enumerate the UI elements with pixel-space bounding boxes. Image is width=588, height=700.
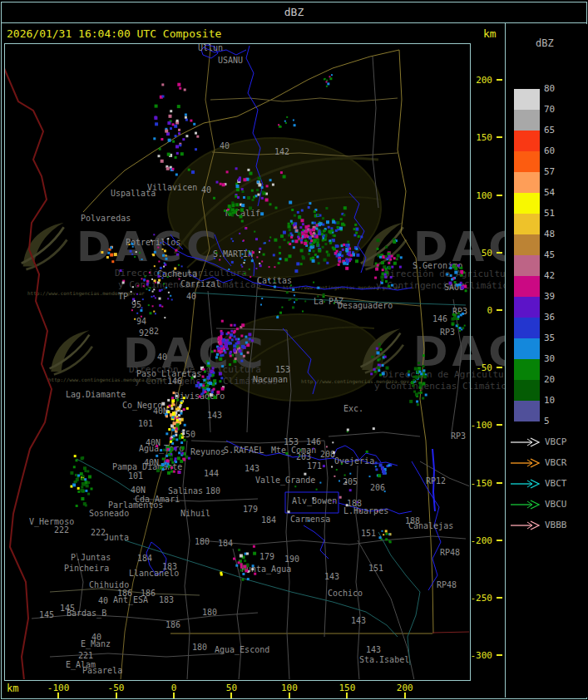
bottom-axis-tick	[173, 693, 175, 698]
legend-threshold-label: 60	[544, 145, 555, 156]
vbbb-arrow-icon	[509, 520, 546, 531]
legend-threshold-label: 45	[544, 249, 555, 260]
right-axis-tick-label: -100	[467, 420, 492, 431]
legend-threshold-label: 48	[544, 229, 555, 239]
vbcr-arrow-icon	[509, 458, 546, 469]
radar-echo-cluster	[156, 445, 190, 475]
legend-threshold-label: 20	[544, 374, 555, 385]
legend-threshold-label: 51	[544, 208, 555, 219]
radar-echo-cluster	[220, 572, 223, 576]
radar-echo-cluster	[120, 234, 183, 320]
legend-threshold-label: 35	[544, 333, 555, 343]
legend-color-box	[514, 401, 540, 421]
right-axis-tick-label: -300	[467, 650, 492, 661]
right-axis-tick-label: 200	[467, 75, 492, 86]
legend-threshold-label: 30	[544, 353, 555, 364]
right-axis-tick	[497, 597, 502, 599]
radar-echo-cluster	[375, 461, 393, 477]
bottom-axis-tick	[230, 693, 232, 698]
legend-color-box	[514, 193, 540, 214]
right-axis-tick-label: -150	[467, 478, 492, 489]
radar-echo-cluster	[408, 354, 427, 406]
radar-echo-cluster	[324, 74, 333, 87]
radar-echo-cluster	[70, 455, 92, 507]
radar-echo-cluster	[446, 264, 467, 292]
right-axis-tick	[497, 367, 502, 368]
vector-legend-label: VBBB	[545, 520, 567, 530]
right-axis-tick-label: 0	[467, 305, 492, 316]
vector-legend-label: VBCR	[545, 457, 567, 468]
legend-threshold-label: 42	[544, 270, 555, 281]
right-axis-tick-label: 150	[467, 132, 492, 143]
legend-color-box	[514, 276, 540, 297]
legend-color-box	[514, 131, 540, 151]
bottom-axis-tick	[346, 693, 348, 698]
right-axis-tick	[497, 540, 502, 541]
legend-title: dBZ	[536, 37, 554, 49]
right-axis-tick-label: -200	[467, 535, 492, 546]
legend-threshold-label: 39	[544, 291, 555, 302]
right-axis-tick-label: 50	[467, 248, 492, 259]
legend-color-box	[514, 110, 540, 131]
legend-color-box	[514, 359, 540, 380]
vbcu-arrow-icon	[509, 500, 546, 510]
bottom-axis-tick	[116, 693, 117, 698]
radar-echo-cluster	[214, 332, 232, 357]
vbcp-arrow-icon	[509, 437, 546, 448]
vbct-arrow-icon	[509, 479, 546, 490]
vector-legend-label: VBCU	[545, 499, 567, 510]
right-axis-tick-label: 100	[467, 190, 492, 201]
radar-echo-layer	[0, 0, 588, 700]
radar-echo-cluster	[374, 238, 403, 287]
legend-threshold-label: 70	[544, 104, 555, 115]
legend-threshold-label: 65	[544, 125, 555, 136]
radar-app-window: DACCDirección de Agriculturay Contingenc…	[0, 0, 588, 700]
right-axis-tick	[497, 482, 502, 484]
right-axis-tick	[497, 79, 502, 81]
legend-threshold-label: 80	[544, 83, 555, 94]
legend-color-box	[514, 234, 540, 255]
radar-echo-cluster	[153, 83, 199, 176]
vector-legend-label: VBCT	[545, 478, 567, 489]
legend-threshold-label: 54	[544, 187, 555, 198]
radar-echo-cluster	[285, 427, 385, 521]
radar-echo-cluster	[191, 357, 225, 400]
radar-echo-cluster	[211, 320, 254, 366]
radar-echo-cluster	[101, 246, 116, 263]
right-axis-tick	[497, 252, 502, 254]
radar-echo-cluster	[213, 167, 286, 222]
legend-threshold-label: 10	[544, 395, 555, 406]
legend-color-box	[514, 338, 540, 359]
right-axis-tick-label: -50	[467, 362, 492, 373]
radar-echo-cluster	[161, 392, 189, 450]
legend-color-box	[514, 297, 540, 318]
radar-echo-cluster	[233, 545, 256, 581]
radar-echo-cluster	[278, 116, 296, 128]
legend-color-box	[514, 214, 540, 234]
bottom-axis-tick	[289, 693, 290, 698]
title-bar: dBZ	[1, 2, 587, 23]
right-axis-unit-label: km	[483, 27, 497, 40]
legend-threshold-label: 57	[544, 166, 555, 177]
timestamp-label: 2026/01/31 16:04:00 UTC Composite	[7, 27, 221, 40]
radar-echo-cluster	[260, 280, 335, 318]
legend-color-box	[514, 151, 540, 172]
right-axis-tick	[497, 195, 502, 196]
vector-legend-label: VBCP	[545, 436, 567, 447]
right-axis-tick	[497, 654, 502, 656]
legend-color-box	[514, 318, 540, 338]
legend-threshold-label: 5	[544, 416, 550, 426]
radar-echo-cluster	[334, 244, 355, 270]
bottom-axis-tick	[57, 693, 59, 698]
legend-threshold-label: 36	[544, 312, 555, 323]
bottom-axis-unit-label: km	[7, 683, 18, 694]
legend-color-box	[514, 255, 540, 276]
right-axis-tick-label: -250	[467, 593, 492, 604]
right-axis-tick	[497, 136, 502, 138]
right-axis-tick	[497, 424, 502, 426]
radar-echo-cluster	[370, 343, 388, 377]
bottom-axis-tick	[404, 693, 406, 698]
legend-panel: dBZ 807065605754514845423936353020105 VB…	[506, 24, 588, 698]
window-title: dBZ	[284, 6, 304, 18]
legend-color-box	[514, 89, 540, 110]
